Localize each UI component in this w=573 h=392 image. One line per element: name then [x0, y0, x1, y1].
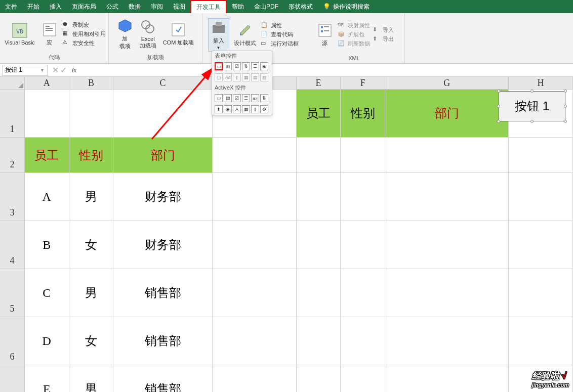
macro-security-button[interactable]: ⚠宏安全性: [62, 39, 106, 47]
col-header-B[interactable]: B: [69, 77, 114, 90]
cell-D7[interactable]: [213, 365, 297, 392]
form-radio-icon[interactable]: ◉: [260, 62, 268, 70]
cell-E7[interactable]: [297, 365, 341, 392]
cell-G1[interactable]: 部门: [385, 90, 509, 138]
ax-toggle-icon[interactable]: ⇅: [260, 94, 268, 102]
form-label-icon[interactable]: Aa: [224, 73, 232, 81]
col-header-E[interactable]: E: [297, 77, 341, 90]
cell-G6[interactable]: [385, 317, 509, 365]
cell-F6[interactable]: [341, 317, 385, 365]
ax-label-icon[interactable]: A: [233, 105, 241, 113]
export-button[interactable]: ⬆导出: [373, 35, 394, 43]
row-header-7[interactable]: 7: [0, 365, 25, 392]
design-mode-button[interactable]: 设计模式: [232, 21, 258, 48]
ax-textbox-icon[interactable]: ▤: [224, 94, 232, 102]
resize-handle-bl[interactable]: [497, 120, 500, 123]
row-header-5[interactable]: 5: [0, 269, 25, 317]
col-header-C[interactable]: C: [113, 77, 212, 90]
cell-A3[interactable]: A: [25, 173, 69, 221]
ax-combobox-icon[interactable]: ab|: [251, 94, 259, 102]
col-header-F[interactable]: F: [341, 77, 385, 90]
ax-more-icon[interactable]: ⚙: [260, 105, 268, 113]
cell-B2[interactable]: 性别: [69, 138, 114, 173]
cell-B7[interactable]: 男: [69, 365, 114, 392]
form-listbox-icon[interactable]: ☰: [251, 62, 259, 70]
cell-D4[interactable]: [213, 221, 297, 269]
cell-B6[interactable]: 女: [69, 317, 114, 365]
refresh-button[interactable]: 🔄刷新数据: [338, 40, 370, 48]
name-box[interactable]: 按钮 1 ▼: [2, 65, 48, 76]
relative-ref-button[interactable]: ▦使用相对引用: [62, 30, 106, 38]
menu-insert[interactable]: 插入: [45, 1, 67, 13]
form-scrollbar-icon[interactable]: ⫿: [233, 73, 241, 81]
menu-data[interactable]: 数据: [124, 1, 146, 13]
menu-home[interactable]: 开始: [22, 1, 45, 13]
resize-handle-tr[interactable]: [564, 90, 567, 93]
resize-handle-tl[interactable]: [497, 90, 500, 93]
cell-C2[interactable]: 部门: [113, 138, 212, 173]
menu-pagelayout[interactable]: 页面布局: [67, 1, 101, 13]
cell-A1[interactable]: [25, 90, 69, 138]
resize-handle-br[interactable]: [564, 120, 567, 123]
formula-input[interactable]: [79, 65, 573, 76]
resize-handle-bc[interactable]: [530, 120, 534, 123]
col-header-H[interactable]: H: [509, 77, 573, 90]
cell-H2[interactable]: [509, 138, 573, 173]
menu-file[interactable]: 文件: [0, 1, 22, 13]
ax-image-icon[interactable]: ▦: [242, 105, 250, 113]
cell-F5[interactable]: [341, 269, 385, 317]
resize-handle-ml[interactable]: [497, 105, 500, 108]
menu-review[interactable]: 审阅: [146, 1, 168, 13]
cell-D5[interactable]: [213, 269, 297, 317]
form-checkbox-icon[interactable]: ☑: [233, 62, 241, 70]
cell-A4[interactable]: B: [25, 221, 69, 269]
select-all-corner[interactable]: [0, 77, 25, 90]
ax-scrollbar-icon[interactable]: ⫿: [251, 105, 259, 113]
cell-F4[interactable]: [341, 221, 385, 269]
excel-addin-button[interactable]: Excel 加载项: [138, 18, 158, 51]
col-header-G[interactable]: G: [385, 77, 509, 90]
record-macro-button[interactable]: ⏺录制宏: [62, 21, 106, 29]
cell-D6[interactable]: [213, 317, 297, 365]
menu-pdf[interactable]: 金山PDF: [249, 1, 283, 13]
ax-listbox-icon[interactable]: ☰: [242, 94, 250, 102]
view-code-button[interactable]: 📄查看代码: [261, 31, 299, 39]
cell-E1[interactable]: 员工: [297, 90, 341, 138]
cell-A2[interactable]: 员工: [25, 138, 69, 173]
row-header-1[interactable]: 1: [0, 90, 25, 138]
cell-B3[interactable]: 男: [69, 173, 114, 221]
menu-view[interactable]: 视图: [168, 1, 190, 13]
row-header-6[interactable]: 6: [0, 317, 25, 365]
cell-C1[interactable]: [113, 90, 212, 138]
cell-F7[interactable]: [341, 365, 385, 392]
import-button[interactable]: ⬇导入: [373, 26, 394, 34]
cell-F3[interactable]: [341, 173, 385, 221]
ax-spin-icon[interactable]: ⬍: [215, 105, 223, 113]
cell-C4[interactable]: 财务部: [113, 221, 212, 269]
cell-H5[interactable]: [509, 269, 573, 317]
cancel-icon[interactable]: ✕: [52, 65, 59, 75]
map-props-button[interactable]: 🗺映射属性: [338, 22, 370, 30]
cell-G3[interactable]: [385, 173, 509, 221]
cell-H4[interactable]: [509, 221, 573, 269]
cell-G2[interactable]: [385, 138, 509, 173]
cell-B1[interactable]: [69, 90, 114, 138]
row-header-3[interactable]: 3: [0, 173, 25, 221]
form-combobox-icon[interactable]: ▥: [224, 62, 232, 70]
cell-A5[interactable]: C: [25, 269, 69, 317]
addin-button[interactable]: 加 载项: [115, 17, 135, 51]
row-header-2[interactable]: 2: [0, 138, 25, 173]
menu-shapeformat[interactable]: 形状格式: [283, 1, 318, 13]
menu-developer[interactable]: 开发工具: [190, 0, 227, 14]
cell-E3[interactable]: [297, 173, 341, 221]
resize-handle-tc[interactable]: [530, 90, 534, 93]
cell-E2[interactable]: [297, 138, 341, 173]
fx-icon[interactable]: fx: [69, 67, 79, 74]
ax-checkbox-icon[interactable]: ☑: [233, 94, 241, 102]
cell-C3[interactable]: 财务部: [113, 173, 212, 221]
cell-E5[interactable]: [297, 269, 341, 317]
col-header-A[interactable]: A: [25, 77, 69, 90]
menu-help[interactable]: 帮助: [227, 1, 249, 13]
ax-radio-icon[interactable]: ◉: [224, 105, 232, 113]
cell-C7[interactable]: 销售部: [113, 365, 212, 392]
